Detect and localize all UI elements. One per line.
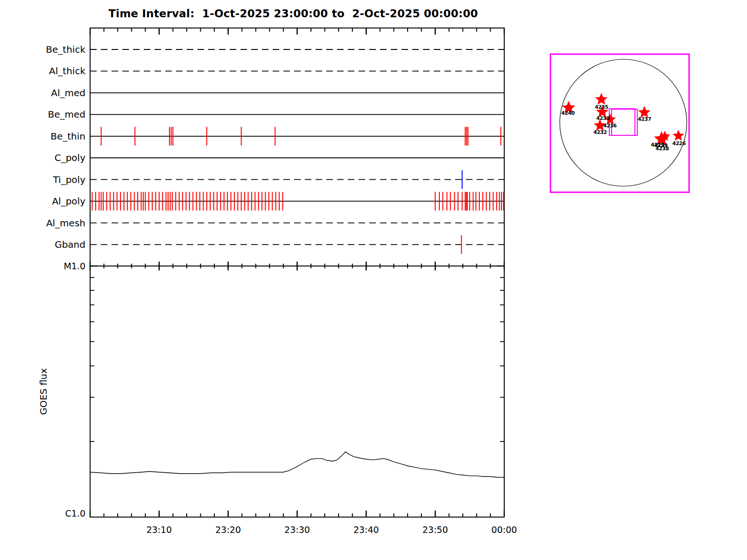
plot-root: Time Interval: 1-Oct-2025 23:00:00 to 2-… [0,0,747,560]
channel-label-Be_thick: Be_thick [6,44,85,55]
x-tick-label: 23:20 [207,525,249,535]
active-region-label-4238: 4238 [655,146,669,151]
x-tick-label: 23:30 [276,525,318,535]
y-axis-bottom-label: C1.0 [48,508,85,518]
active-region-label-4232: 4232 [593,130,607,135]
channel-label-Al_poly: Al_poly [6,196,85,207]
channel-label-Be_thin: Be_thin [6,131,85,142]
goes-flux-panel [90,266,504,517]
active-region-label-4233: 4233 [596,116,610,121]
goes-flux-curve [90,452,504,477]
goes-flux-axis-label: GOES flux [38,366,49,417]
active-region-label-4235: 4235 [595,105,608,110]
active-region-star-4226 [673,130,684,141]
active-region-label-4237: 4237 [638,117,651,122]
disk-panel-border [550,54,689,192]
filter-timeline-panel [90,28,504,266]
x-tick-label: 23:50 [414,525,456,535]
x-tick-label: 23:10 [138,525,180,535]
channel-label-Al_mesh: Al_mesh [6,217,85,229]
active-region-label-4240: 4240 [561,111,575,116]
channel-label-Be_med: Be_med [6,109,85,120]
y-axis-top-label: M1.0 [48,261,85,271]
channel-label-C_poly: C_poly [6,152,85,163]
active-region-star-4235 [595,93,608,105]
active-region-label-4226: 4226 [672,141,686,146]
solar-limb-circle [560,59,687,186]
active-region-label-4236: 4236 [603,123,617,128]
x-tick-label: 00:00 [483,525,525,535]
channel-label-Ti_poly: Ti_poly [6,174,85,185]
plot-canvas [0,0,747,560]
channel-label-Al_thick: Al_thick [6,65,85,77]
channel-label-Gband: Gband [6,239,85,250]
channel-label-Al_med: Al_med [6,87,85,98]
x-tick-label: 23:40 [345,525,387,535]
xrt-fov-box [612,109,637,135]
